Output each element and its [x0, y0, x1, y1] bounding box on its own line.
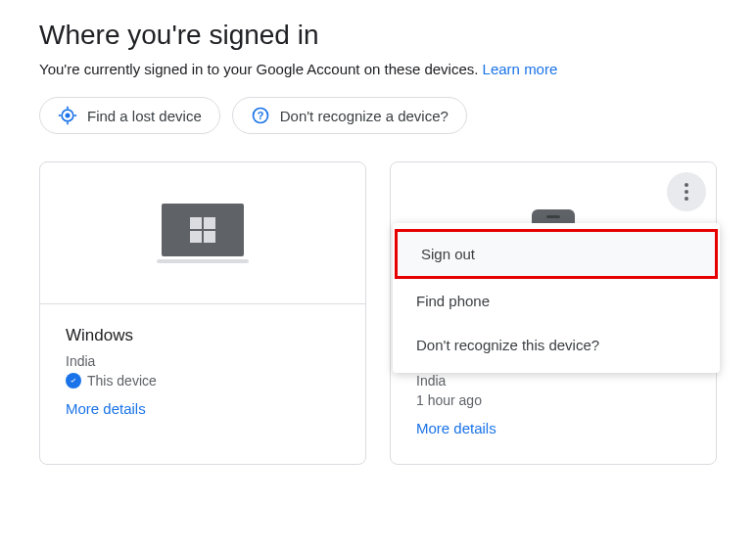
page-title: Where you're signed in — [39, 20, 717, 51]
more-details-link[interactable]: More details — [416, 420, 690, 436]
chip-label: Don't recognize a device? — [280, 108, 449, 124]
menu-item-dont-recognize[interactable]: Don't recognize this device? — [393, 323, 720, 367]
device-location: India — [416, 373, 690, 389]
menu-item-sign-out[interactable]: Sign out — [395, 229, 718, 279]
device-location: India — [66, 353, 340, 369]
device-last-seen: 1 hour ago — [416, 392, 690, 408]
page-subtitle: You're currently signed in to your Googl… — [39, 61, 717, 77]
device-cards: Windows India This device More details S… — [39, 161, 717, 465]
help-icon: ? — [251, 106, 270, 125]
laptop-icon — [157, 204, 249, 263]
device-illustration — [40, 162, 365, 304]
menu-item-find-phone[interactable]: Find phone — [393, 279, 720, 323]
check-icon — [66, 373, 81, 389]
device-menu-button[interactable] — [667, 172, 706, 211]
find-lost-device-chip[interactable]: Find a lost device — [39, 97, 220, 134]
device-menu-popup: Sign out Find phone Don't recognize this… — [393, 223, 720, 373]
subtitle-text: You're currently signed in to your Googl… — [39, 61, 483, 77]
device-name: Windows — [66, 326, 340, 345]
chip-label: Find a lost device — [87, 108, 202, 124]
more-details-link[interactable]: More details — [66, 400, 340, 417]
more-vert-icon — [685, 183, 688, 201]
dont-recognize-chip[interactable]: ? Don't recognize a device? — [232, 97, 467, 134]
device-card-phone: Sign out Find phone Don't recognize this… — [390, 161, 717, 465]
svg-point-1 — [66, 114, 71, 118]
this-device-text: This device — [87, 373, 157, 389]
device-card-windows: Windows India This device More details — [39, 161, 366, 465]
target-icon — [58, 106, 77, 125]
learn-more-link[interactable]: Learn more — [483, 61, 558, 77]
svg-text:?: ? — [257, 110, 263, 121]
action-chips: Find a lost device ? Don't recognize a d… — [39, 97, 717, 134]
this-device-badge: This device — [66, 373, 340, 389]
